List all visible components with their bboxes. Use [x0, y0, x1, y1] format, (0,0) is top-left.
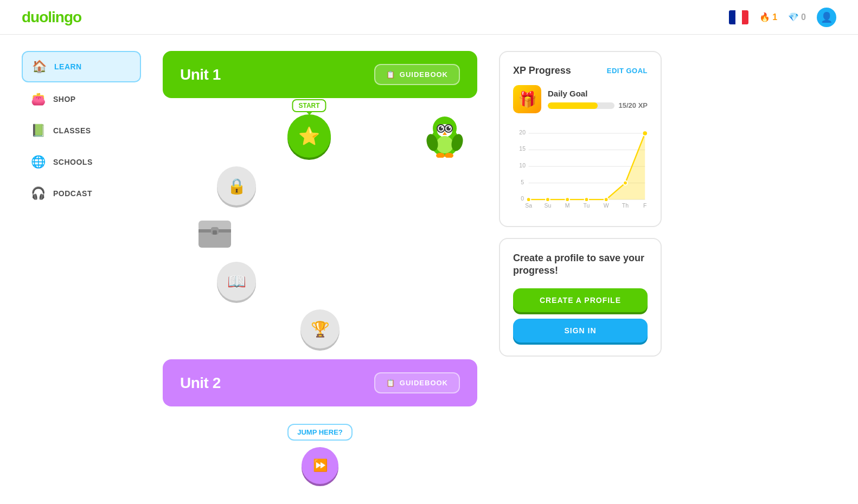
- svg-text:F: F: [643, 203, 646, 209]
- fire-icon: 🔥: [759, 12, 770, 22]
- sidebar-label-shop: SHOP: [53, 95, 76, 104]
- fast-forward-button[interactable]: ⏩: [302, 447, 338, 484]
- progress-bar-fill: [548, 102, 598, 109]
- svg-rect-19: [213, 230, 217, 235]
- streak-count: 1: [772, 12, 777, 22]
- sidebar-item-learn[interactable]: 🏠 LEARN: [22, 51, 141, 82]
- guidebook-icon2: 📋: [386, 379, 395, 387]
- svg-text:Th: Th: [622, 203, 629, 209]
- avatar-icon: 👤: [821, 11, 833, 23]
- chart-area: 20 15 10 5 0 Sa Su M: [513, 124, 648, 213]
- sidebar-label-learn: LEARN: [54, 62, 82, 71]
- trophy-row: 🏆: [163, 309, 477, 348]
- svg-text:Sa: Sa: [525, 203, 532, 209]
- jump-section: JUMP HERE? ⏩: [287, 424, 353, 484]
- chest-node[interactable]: [195, 214, 234, 253]
- xp-count: 15/20 XP: [619, 101, 648, 109]
- owl-svg: [423, 114, 466, 158]
- main-layout: 🏠 LEARN 👛 SHOP 📗 CLASSES 🌐 SCHOOLS 🎧 POD…: [0, 35, 858, 500]
- create-profile-button[interactable]: CREATE A PROFILE: [513, 288, 648, 312]
- guidebook-icon: 📋: [386, 70, 395, 79]
- edit-goal-link[interactable]: EDIT GOAL: [607, 67, 648, 75]
- center-content: Unit 1 📋 GUIDEBOOK START ⭐: [163, 51, 477, 484]
- svg-text:M: M: [565, 203, 570, 209]
- start-node-wrapper: START ⭐: [287, 114, 331, 158]
- svg-text:5: 5: [521, 179, 524, 185]
- locked-row: 🔒: [163, 166, 477, 205]
- sidebar-label-podcast: PODCAST: [53, 189, 92, 198]
- gem-icon: 💎: [788, 12, 799, 22]
- language-flag[interactable]: [729, 10, 748, 24]
- lesson-path: START ⭐: [163, 109, 477, 354]
- svg-text:Tu: Tu: [584, 203, 590, 209]
- daily-goal-icon: 🎁: [513, 85, 541, 113]
- unit2-banner: Unit 2 📋 GUIDEBOOK: [163, 359, 477, 406]
- svg-point-42: [604, 197, 609, 202]
- unit2-title: Unit 2: [180, 374, 221, 392]
- lock-icon: 🔒: [227, 177, 246, 195]
- progress-bar-bg: [548, 102, 614, 109]
- streak-badge[interactable]: 🔥 1: [759, 12, 777, 22]
- sidebar: 🏠 LEARN 👛 SHOP 📗 CLASSES 🌐 SCHOOLS 🎧 POD…: [22, 51, 141, 484]
- sign-in-button[interactable]: SIGN IN: [513, 319, 648, 343]
- profile-card-title: Create a profile to save your progress!: [513, 252, 648, 277]
- sidebar-label-schools: SCHOOLS: [53, 158, 93, 166]
- xp-header: XP Progress EDIT GOAL: [513, 65, 648, 76]
- svg-point-39: [546, 197, 550, 202]
- logo[interactable]: duolingo: [22, 9, 81, 26]
- svg-point-43: [623, 181, 628, 185]
- gem-count: 0: [801, 12, 806, 22]
- svg-text:10: 10: [519, 163, 526, 169]
- unit2-guidebook-button[interactable]: 📋 GUIDEBOOK: [374, 372, 460, 393]
- svg-point-8: [449, 127, 451, 128]
- header: duolingo 🔥 1 💎 0 👤: [0, 0, 858, 35]
- daily-goal-label: Daily Goal: [548, 89, 648, 98]
- shop-icon: 👛: [30, 91, 47, 107]
- schools-icon: 🌐: [30, 154, 47, 170]
- svg-text:20: 20: [519, 130, 526, 135]
- start-label: START: [292, 99, 326, 112]
- svg-text:0: 0: [521, 196, 524, 202]
- svg-text:W: W: [604, 203, 609, 209]
- svg-point-38: [527, 197, 531, 202]
- svg-point-40: [565, 197, 569, 202]
- daily-goal-row: 🎁 Daily Goal 15/20 XP: [513, 85, 648, 113]
- chest-row: [163, 214, 477, 253]
- svg-point-41: [585, 197, 589, 202]
- trophy-node[interactable]: 🏆: [300, 309, 340, 348]
- star-icon: ⭐: [298, 126, 320, 146]
- progress-row: 15/20 XP: [548, 101, 648, 109]
- book-node[interactable]: 📖: [217, 262, 256, 301]
- xp-chart: 20 15 10 5 0 Sa Su M: [513, 124, 648, 211]
- podcast-icon: 🎧: [30, 185, 47, 202]
- unit1-guidebook-button[interactable]: 📋 GUIDEBOOK: [374, 64, 460, 85]
- sidebar-item-shop[interactable]: 👛 SHOP: [22, 85, 141, 114]
- avatar[interactable]: 👤: [817, 8, 836, 27]
- unit1-title: Unit 1: [180, 66, 221, 83]
- header-right: 🔥 1 💎 0 👤: [729, 8, 836, 27]
- classes-icon: 📗: [30, 122, 47, 139]
- sidebar-item-schools[interactable]: 🌐 SCHOOLS: [22, 147, 141, 177]
- trophy-icon: 🏆: [311, 320, 330, 338]
- sidebar-item-classes[interactable]: 📗 CLASSES: [22, 116, 141, 145]
- owl-mascot: [423, 114, 466, 158]
- gem-badge[interactable]: 💎 0: [788, 12, 806, 22]
- daily-goal-info: Daily Goal 15/20 XP: [548, 89, 648, 109]
- svg-text:Su: Su: [544, 203, 551, 209]
- book-row: 📖: [163, 262, 477, 301]
- right-panel: XP Progress EDIT GOAL 🎁 Daily Goal 15/20…: [499, 51, 662, 484]
- book-icon: 📖: [227, 273, 246, 290]
- sidebar-item-podcast[interactable]: 🎧 PODCAST: [22, 179, 141, 208]
- xp-title: XP Progress: [513, 65, 571, 76]
- svg-point-10: [436, 136, 453, 153]
- svg-point-44: [642, 131, 648, 136]
- learn-icon: 🏠: [31, 59, 48, 75]
- locked-node[interactable]: 🔒: [217, 166, 256, 205]
- start-node[interactable]: ⭐: [287, 114, 331, 158]
- sidebar-label-classes: CLASSES: [53, 126, 91, 135]
- chest-svg: [196, 217, 233, 250]
- xp-card: XP Progress EDIT GOAL 🎁 Daily Goal 15/20…: [499, 51, 662, 227]
- svg-text:15: 15: [519, 146, 526, 152]
- svg-point-5: [441, 127, 443, 128]
- unit1-banner: Unit 1 📋 GUIDEBOOK: [163, 51, 477, 98]
